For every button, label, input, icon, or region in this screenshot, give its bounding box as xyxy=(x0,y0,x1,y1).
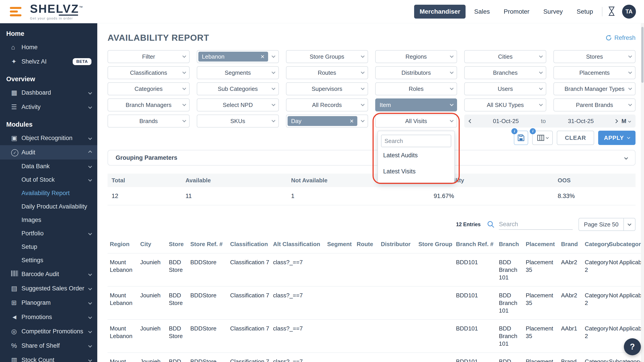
sidebar-item-competitor-promotions[interactable]: ◎ Competitor Promotions xyxy=(0,324,97,338)
sidebar-item-audit[interactable]: ✓ Audit xyxy=(0,145,97,160)
users-dropdown[interactable]: Users xyxy=(464,82,546,95)
next-period-icon[interactable] xyxy=(614,119,618,123)
col-header-city: City xyxy=(140,241,169,253)
branch-managers-dropdown[interactable]: Branch Managers xyxy=(108,98,190,111)
apply-button[interactable]: APPLY xyxy=(598,131,636,145)
date-start[interactable]: 01-Oct-25 xyxy=(472,118,540,125)
chevron-down-button[interactable] xyxy=(624,218,635,230)
brand-name: SHELVZ™ xyxy=(30,3,84,15)
nav-tab-merchandiser[interactable]: Merchandiser xyxy=(414,5,466,19)
table-cell: Jounieh xyxy=(140,352,169,362)
chevron-up-icon xyxy=(88,151,92,154)
filter-dropdown[interactable]: Filter xyxy=(108,50,190,63)
brand-logo[interactable]: SHELVZ™ Get your goods in order xyxy=(30,3,84,20)
store-groups-dropdown[interactable]: Store Groups xyxy=(286,50,368,63)
parent-brands-dropdown[interactable]: Parent Brands xyxy=(554,98,636,111)
stores-dropdown[interactable]: Stores xyxy=(554,50,636,63)
roles-dropdown[interactable]: Roles xyxy=(375,82,457,95)
classifications-dropdown[interactable]: Classifications xyxy=(108,66,190,79)
nav-tab-survey[interactable]: Survey xyxy=(538,5,568,19)
sidebar-item-activity[interactable]: ☰ Activity xyxy=(0,100,97,114)
supervisors-dropdown[interactable]: Supervisors xyxy=(286,82,368,95)
all-visits-dropdown[interactable]: All Visits xyxy=(375,115,457,128)
sidebar-item-portfolio[interactable]: Portfolio xyxy=(0,227,97,240)
hourglass-icon[interactable] xyxy=(608,6,616,17)
sidebar-item-barcode-audit[interactable]: Barcode Audit xyxy=(0,267,97,281)
routes-dropdown[interactable]: Routes xyxy=(286,66,368,79)
all-records-dropdown[interactable]: All Records xyxy=(286,98,368,111)
sidebar-item-shelvz-ai[interactable]: ✦ Shelvz AI BETA xyxy=(0,54,97,69)
column-settings-button[interactable]: i xyxy=(532,131,553,145)
sidebar-item-object-recognition[interactable]: ▣ Object Recognition xyxy=(0,131,97,145)
sidebar-item-data-bank[interactable]: Data Bank xyxy=(0,160,97,173)
dashboard-icon: ▦ xyxy=(11,89,22,96)
table-search-input[interactable] xyxy=(499,219,573,230)
period-dropdown[interactable]: Day× xyxy=(286,115,368,128)
chevron-down-icon xyxy=(272,70,275,74)
sidebar-item-planogram[interactable]: ⊞ Planogram xyxy=(0,295,97,310)
country-dropdown[interactable]: Lebanon× xyxy=(197,50,279,63)
user-avatar[interactable]: TA xyxy=(622,5,636,19)
table-cell xyxy=(418,253,456,286)
table-cell: BDD Branch 101 xyxy=(499,352,526,362)
distributors-dropdown[interactable]: Distributors xyxy=(375,66,457,79)
sub-categories-dropdown[interactable]: Sub Categories xyxy=(197,82,279,95)
scrollbar-thumb[interactable] xyxy=(641,27,644,83)
branches-dropdown[interactable]: Branches xyxy=(464,66,546,79)
save-filter-button[interactable]: i xyxy=(514,131,528,145)
sidebar-item-suggested-sales-order[interactable]: ▤ Suggested Sales Order xyxy=(0,281,97,295)
categories-dropdown[interactable]: Categories xyxy=(108,82,190,95)
remove-chip-icon[interactable]: × xyxy=(350,118,354,124)
col-header-alt-classification: Alt Classification xyxy=(273,241,327,253)
help-button[interactable]: ? xyxy=(624,338,641,355)
select-npd-dropdown[interactable]: Select NPD xyxy=(197,98,279,111)
cities-dropdown[interactable]: Cities xyxy=(464,50,546,63)
segments-dropdown[interactable]: Segments xyxy=(197,66,279,79)
remove-chip-icon[interactable]: × xyxy=(260,53,264,60)
all-sku-types-dropdown[interactable]: All SKU Types xyxy=(464,98,546,111)
branch-manager-types-dropdown[interactable]: Branch Manager Types xyxy=(554,82,636,95)
refresh-button[interactable]: Refresh xyxy=(605,35,636,41)
clear-button[interactable]: CLEAR xyxy=(557,131,594,145)
nav-tab-promoter[interactable]: Promoter xyxy=(498,5,535,19)
sidebar-item-daily-product-availability[interactable]: Daily Product Availability xyxy=(0,200,97,213)
sidebar-item-promotions[interactable]: ◄ Promotions xyxy=(0,310,97,324)
sidebar-item-out-of-stock[interactable]: Out of Stock xyxy=(0,173,97,186)
grouping-parameters-section[interactable]: Grouping Parameters xyxy=(108,150,636,166)
sidebar-item-share-of-shelf[interactable]: % Share of Shelf xyxy=(0,338,97,353)
chevron-down-icon xyxy=(88,232,92,235)
trademark-symbol: ™ xyxy=(79,5,84,10)
table-cell: Placement 35 xyxy=(526,253,561,286)
sidebar-item-availability-report[interactable]: Availability Report xyxy=(0,186,97,200)
vertical-scrollbar[interactable] xyxy=(641,23,644,362)
search-icon[interactable] xyxy=(486,220,495,229)
sidebar-item-setup[interactable]: Setup xyxy=(0,240,97,253)
hamburger-menu-icon[interactable] xyxy=(10,7,22,16)
dropdown-option-latest-audits[interactable]: Latest Audits xyxy=(381,147,452,163)
page-size-dropdown[interactable]: Page Size 50 xyxy=(578,218,636,231)
sidebar-item-home[interactable]: ⌂ Home xyxy=(0,40,97,54)
nav-tab-sales[interactable]: Sales xyxy=(469,5,495,19)
brands-dropdown[interactable]: Brands xyxy=(108,115,190,128)
nav-tab-setup[interactable]: Setup xyxy=(571,5,598,19)
date-end[interactable]: 31-Oct-25 xyxy=(547,118,615,125)
sidebar-item-images[interactable]: Images xyxy=(0,213,97,227)
chevron-down-icon xyxy=(450,70,454,74)
skus-dropdown[interactable]: SKUs xyxy=(197,115,279,128)
chevron-down-icon xyxy=(88,344,92,348)
visits-dropdown-panel: Latest Audits Latest Visits xyxy=(378,131,455,183)
regions-dropdown[interactable]: Regions xyxy=(375,50,457,63)
chevron-down-icon xyxy=(539,103,543,106)
sidebar-item-dashboard[interactable]: ▦ Dashboard xyxy=(0,86,97,100)
dropdown-option-latest-visits[interactable]: Latest Visits xyxy=(381,163,452,179)
date-range-picker[interactable]: 01-Oct-25 to 31-Oct-25 M xyxy=(464,115,636,128)
visits-search-input[interactable] xyxy=(381,135,452,147)
period-mode-dropdown[interactable]: M xyxy=(622,118,630,125)
filter-grid: Filter Lebanon× Store Groups Regions Cit… xyxy=(108,50,636,128)
summary-header-row: Total Available Not Available Availabili… xyxy=(108,174,636,187)
sidebar-item-stock-count[interactable]: ▥ Stock Count xyxy=(0,353,97,362)
sidebar-item-settings[interactable]: Settings xyxy=(0,253,97,267)
placements-dropdown[interactable]: Placements xyxy=(554,66,636,79)
item-dropdown[interactable]: Item xyxy=(375,98,457,111)
table-cell: Mount Lebanon xyxy=(108,352,140,362)
